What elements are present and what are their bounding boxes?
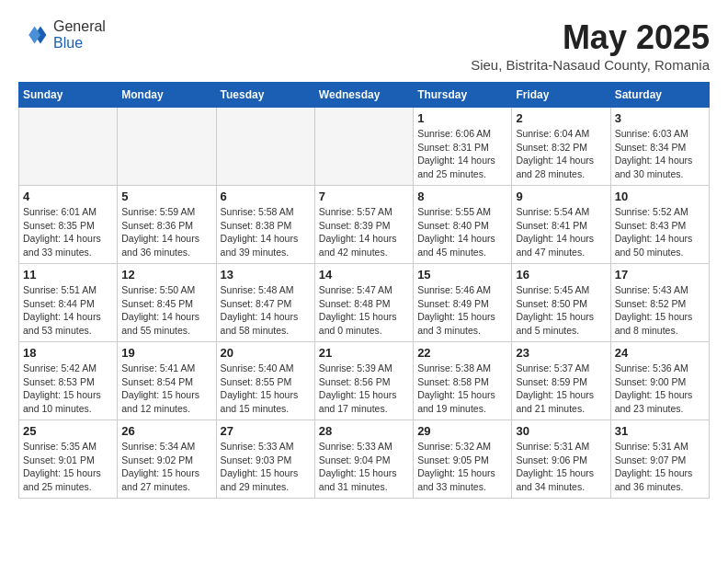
day-number: 19 — [121, 346, 211, 360]
day-number: 16 — [516, 268, 606, 282]
calendar-cell: 15Sunrise: 5:46 AM Sunset: 8:49 PM Dayli… — [414, 264, 512, 342]
day-info: Sunrise: 5:31 AM Sunset: 9:07 PM Dayligh… — [615, 440, 705, 494]
calendar-cell: 23Sunrise: 5:37 AM Sunset: 8:59 PM Dayli… — [512, 342, 610, 420]
day-number: 5 — [121, 190, 211, 203]
calendar-cell: 13Sunrise: 5:48 AM Sunset: 8:47 PM Dayli… — [216, 264, 314, 342]
day-info: Sunrise: 5:42 AM Sunset: 8:53 PM Dayligh… — [23, 362, 113, 416]
day-number: 25 — [23, 424, 113, 438]
calendar-cell: 21Sunrise: 5:39 AM Sunset: 8:56 PM Dayli… — [314, 342, 413, 420]
week-row-1: 1Sunrise: 6:06 AM Sunset: 8:31 PM Daylig… — [19, 108, 710, 186]
title-area: May 2025 Sieu, Bistrita-Nasaud County, R… — [471, 18, 710, 73]
logo-text: General Blue — [53, 18, 106, 52]
day-number: 21 — [319, 346, 409, 360]
weekday-header-wednesday: Wednesday — [314, 83, 413, 108]
calendar-cell: 10Sunrise: 5:52 AM Sunset: 8:43 PM Dayli… — [610, 186, 709, 264]
calendar-cell: 9Sunrise: 5:54 AM Sunset: 8:41 PM Daylig… — [512, 186, 610, 264]
day-info: Sunrise: 5:39 AM Sunset: 8:56 PM Dayligh… — [319, 362, 409, 416]
day-number: 2 — [516, 111, 606, 125]
logo-general: General — [53, 18, 106, 34]
calendar-cell: 19Sunrise: 5:41 AM Sunset: 8:54 PM Dayli… — [118, 342, 216, 420]
day-number: 3 — [615, 111, 705, 125]
week-row-5: 25Sunrise: 5:35 AM Sunset: 9:01 PM Dayli… — [19, 420, 710, 499]
day-number: 6 — [221, 190, 311, 203]
calendar-cell: 7Sunrise: 5:57 AM Sunset: 8:39 PM Daylig… — [314, 186, 413, 264]
month-title: May 2025 — [471, 18, 710, 57]
day-info: Sunrise: 5:35 AM Sunset: 9:01 PM Dayligh… — [23, 440, 113, 494]
day-info: Sunrise: 6:03 AM Sunset: 8:34 PM Dayligh… — [615, 127, 705, 181]
day-number: 23 — [516, 346, 606, 360]
weekday-header-sunday: Sunday — [19, 83, 118, 108]
calendar-cell: 29Sunrise: 5:32 AM Sunset: 9:05 PM Dayli… — [414, 420, 512, 499]
day-info: Sunrise: 5:31 AM Sunset: 9:06 PM Dayligh… — [516, 440, 606, 494]
day-info: Sunrise: 5:40 AM Sunset: 8:55 PM Dayligh… — [221, 362, 311, 416]
day-number: 13 — [221, 268, 311, 282]
day-number: 7 — [319, 190, 409, 203]
day-info: Sunrise: 5:54 AM Sunset: 8:41 PM Dayligh… — [516, 205, 606, 259]
calendar: SundayMondayTuesdayWednesdayThursdayFrid… — [18, 82, 710, 499]
calendar-cell: 3Sunrise: 6:03 AM Sunset: 8:34 PM Daylig… — [610, 108, 709, 186]
calendar-cell — [118, 108, 216, 186]
calendar-cell: 16Sunrise: 5:45 AM Sunset: 8:50 PM Dayli… — [512, 264, 610, 342]
day-number: 20 — [221, 346, 311, 360]
day-number: 24 — [615, 346, 705, 360]
calendar-cell — [19, 108, 118, 186]
day-info: Sunrise: 5:41 AM Sunset: 8:54 PM Dayligh… — [121, 362, 211, 416]
day-number: 26 — [121, 424, 211, 438]
day-number: 30 — [516, 424, 606, 438]
day-number: 28 — [319, 424, 409, 438]
day-number: 22 — [417, 346, 507, 360]
day-number: 11 — [23, 268, 113, 282]
header: General Blue May 2025 Sieu, Bistrita-Nas… — [18, 18, 710, 73]
day-number: 4 — [23, 190, 113, 203]
calendar-cell: 27Sunrise: 5:33 AM Sunset: 9:03 PM Dayli… — [216, 420, 314, 499]
day-number: 27 — [221, 424, 311, 438]
day-info: Sunrise: 5:46 AM Sunset: 8:49 PM Dayligh… — [417, 283, 507, 338]
day-number: 10 — [615, 190, 705, 203]
day-info: Sunrise: 5:33 AM Sunset: 9:04 PM Dayligh… — [319, 440, 409, 494]
calendar-cell: 12Sunrise: 5:50 AM Sunset: 8:45 PM Dayli… — [118, 264, 216, 342]
day-info: Sunrise: 6:01 AM Sunset: 8:35 PM Dayligh… — [23, 205, 113, 259]
day-info: Sunrise: 5:52 AM Sunset: 8:43 PM Dayligh… — [615, 205, 705, 259]
day-info: Sunrise: 6:04 AM Sunset: 8:32 PM Dayligh… — [516, 127, 606, 181]
calendar-cell: 5Sunrise: 5:59 AM Sunset: 8:36 PM Daylig… — [118, 186, 216, 264]
logo-blue: Blue — [53, 35, 83, 51]
day-number: 12 — [121, 268, 211, 282]
calendar-cell: 26Sunrise: 5:34 AM Sunset: 9:02 PM Dayli… — [118, 420, 216, 499]
calendar-cell: 6Sunrise: 5:58 AM Sunset: 8:38 PM Daylig… — [216, 186, 314, 264]
logo: General Blue — [18, 18, 106, 52]
subtitle: Sieu, Bistrita-Nasaud County, Romania — [471, 57, 710, 73]
day-info: Sunrise: 5:45 AM Sunset: 8:50 PM Dayligh… — [516, 283, 606, 338]
calendar-cell: 20Sunrise: 5:40 AM Sunset: 8:55 PM Dayli… — [216, 342, 314, 420]
day-number: 15 — [417, 268, 507, 282]
calendar-cell: 8Sunrise: 5:55 AM Sunset: 8:40 PM Daylig… — [414, 186, 512, 264]
day-info: Sunrise: 5:51 AM Sunset: 8:44 PM Dayligh… — [23, 283, 113, 338]
calendar-cell: 18Sunrise: 5:42 AM Sunset: 8:53 PM Dayli… — [19, 342, 118, 420]
calendar-cell: 2Sunrise: 6:04 AM Sunset: 8:32 PM Daylig… — [512, 108, 610, 186]
weekday-header-friday: Friday — [512, 83, 610, 108]
day-info: Sunrise: 5:37 AM Sunset: 8:59 PM Dayligh… — [516, 362, 606, 416]
calendar-cell: 30Sunrise: 5:31 AM Sunset: 9:06 PM Dayli… — [512, 420, 610, 499]
day-number: 14 — [319, 268, 409, 282]
day-info: Sunrise: 6:06 AM Sunset: 8:31 PM Dayligh… — [417, 127, 507, 181]
logo-icon — [18, 20, 48, 50]
day-info: Sunrise: 5:58 AM Sunset: 8:38 PM Dayligh… — [221, 205, 311, 259]
calendar-cell: 1Sunrise: 6:06 AM Sunset: 8:31 PM Daylig… — [414, 108, 512, 186]
day-number: 18 — [23, 346, 113, 360]
day-info: Sunrise: 5:59 AM Sunset: 8:36 PM Dayligh… — [121, 205, 211, 259]
day-info: Sunrise: 5:43 AM Sunset: 8:52 PM Dayligh… — [615, 283, 705, 338]
calendar-cell: 14Sunrise: 5:47 AM Sunset: 8:48 PM Dayli… — [314, 264, 413, 342]
week-row-3: 11Sunrise: 5:51 AM Sunset: 8:44 PM Dayli… — [19, 264, 710, 342]
day-info: Sunrise: 5:55 AM Sunset: 8:40 PM Dayligh… — [417, 205, 507, 259]
calendar-cell: 28Sunrise: 5:33 AM Sunset: 9:04 PM Dayli… — [314, 420, 413, 499]
calendar-cell — [216, 108, 314, 186]
day-number: 9 — [516, 190, 606, 203]
day-info: Sunrise: 5:50 AM Sunset: 8:45 PM Dayligh… — [121, 283, 211, 338]
calendar-cell: 31Sunrise: 5:31 AM Sunset: 9:07 PM Dayli… — [610, 420, 709, 499]
calendar-cell: 22Sunrise: 5:38 AM Sunset: 8:58 PM Dayli… — [414, 342, 512, 420]
week-row-4: 18Sunrise: 5:42 AM Sunset: 8:53 PM Dayli… — [19, 342, 710, 420]
weekday-header-monday: Monday — [118, 83, 216, 108]
calendar-cell — [314, 108, 413, 186]
day-info: Sunrise: 5:36 AM Sunset: 9:00 PM Dayligh… — [615, 362, 705, 416]
day-info: Sunrise: 5:33 AM Sunset: 9:03 PM Dayligh… — [221, 440, 311, 494]
day-number: 29 — [417, 424, 507, 438]
